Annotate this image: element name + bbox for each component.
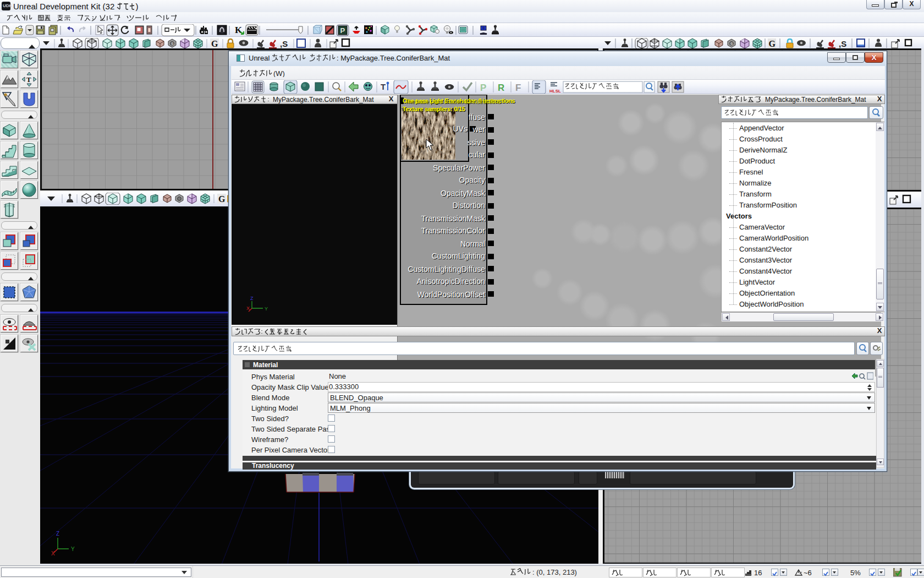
svg-text:G: G xyxy=(218,194,226,204)
svg-text:T: T xyxy=(26,75,31,84)
svg-text:T: T xyxy=(381,82,386,91)
svg-text:X: X xyxy=(246,306,250,311)
svg-text:Z: Z xyxy=(250,297,254,301)
svg-text:Z: Z xyxy=(56,531,59,537)
svg-text:P: P xyxy=(340,26,345,35)
svg-text:(W): (W) xyxy=(273,69,285,77)
svg-text:S: S xyxy=(730,42,733,46)
svg-text:X: X xyxy=(51,550,55,557)
svg-text:S: S xyxy=(171,42,174,46)
svg-text:HLSL: HLSL xyxy=(549,89,561,94)
svg-text:,S: ,S xyxy=(839,39,846,48)
svg-text:,S: ,S xyxy=(280,39,288,48)
svg-text:: (0, 173, 213): : (0, 173, 213) xyxy=(532,568,577,576)
svg-text:F: F xyxy=(515,83,521,93)
svg-text:R: R xyxy=(498,83,504,93)
svg-text:P: P xyxy=(480,83,486,93)
svg-text:Y: Y xyxy=(265,306,268,312)
svg-text:Y: Y xyxy=(71,546,75,552)
svg-text:G: G xyxy=(211,39,218,48)
svg-text:G: G xyxy=(769,39,776,48)
